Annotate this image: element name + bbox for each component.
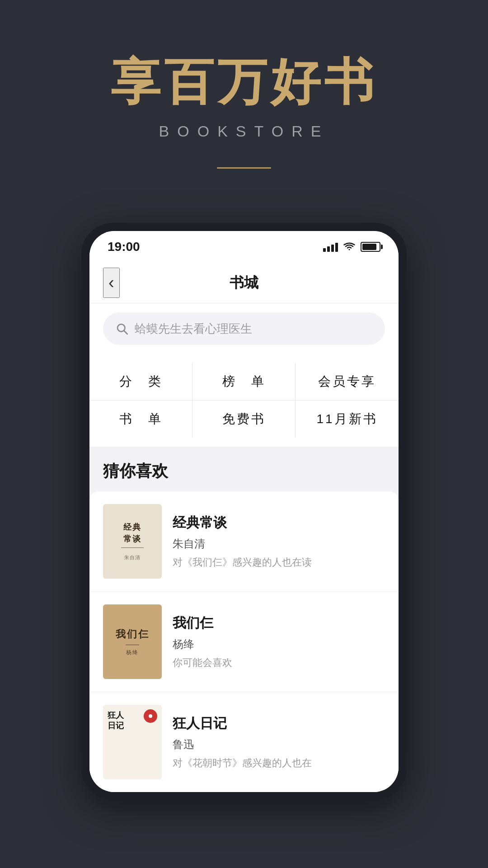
main-title: 享百万好书 [111, 54, 377, 109]
book-item-1[interactable]: 经典常谈 朱自清 经典常谈 朱自清 对《我们仨》感兴趣的人也在读 [89, 491, 399, 592]
cover-1-line [121, 547, 144, 548]
cover-3-badge [144, 709, 157, 723]
search-placeholder: 蛤蟆先生去看心理医生 [135, 321, 252, 337]
cover-2-deco [126, 645, 139, 645]
cover-1-subtitle: 朱自清 [124, 554, 141, 561]
category-item-classify[interactable]: 分 类 [89, 363, 192, 401]
book-cover-3: 狂人日记 [103, 705, 162, 779]
status-bar: 19:00 [89, 231, 399, 263]
book-item-3[interactable]: 狂人日记 狂人日记 鲁迅 对《花朝时节》感兴趣的人也在 [89, 692, 399, 792]
category-item-free[interactable]: 免费书 [192, 401, 296, 438]
book-list: 经典常谈 朱自清 经典常谈 朱自清 对《我们仨》感兴趣的人也在读 [89, 491, 399, 792]
book-info-3: 狂人日记 鲁迅 对《花朝时节》感兴趣的人也在 [173, 714, 385, 770]
cover-2-author: 杨绛 [126, 649, 139, 656]
book-desc-1: 对《我们仨》感兴趣的人也在读 [173, 556, 385, 569]
wifi-icon [343, 242, 355, 251]
book-info-2: 我们仨 杨绛 你可能会喜欢 [173, 614, 385, 670]
book-cover-1: 经典常谈 朱自清 [103, 504, 162, 579]
book-name-3: 狂人日记 [173, 714, 385, 733]
book-desc-2: 你可能会喜欢 [173, 656, 385, 670]
book-desc-3: 对《花朝时节》感兴趣的人也在 [173, 756, 385, 770]
category-item-booklist[interactable]: 书 单 [89, 401, 192, 438]
signal-icon [323, 242, 338, 252]
nav-title: 书城 [230, 273, 258, 293]
section-title: 猜你喜欢 [89, 460, 399, 482]
book-name-2: 我们仨 [173, 614, 385, 632]
outer-background: 享百万好书 BOOKSTORE 19:00 [0, 0, 488, 868]
search-area: 蛤蟆先生去看心理医生 [89, 303, 399, 356]
category-item-new[interactable]: 11月新书 [296, 401, 399, 438]
signal-bar-4 [335, 243, 338, 252]
back-button[interactable]: ‹ [103, 268, 120, 298]
search-bar[interactable]: 蛤蟆先生去看心理医生 [103, 312, 385, 345]
battery-icon [361, 242, 380, 252]
recommendations-section: 猜你喜欢 经典常谈 朱自清 经典常谈 朱自清 对《我们仨》感兴趣的人也在读 [89, 447, 399, 792]
divider-line [217, 167, 271, 169]
signal-bar-1 [323, 248, 326, 252]
book-author-1: 朱自清 [173, 537, 385, 551]
signal-bar-2 [327, 246, 330, 252]
branding-area: 享百万好书 BOOKSTORE [0, 0, 488, 196]
book-author-3: 鲁迅 [173, 737, 385, 752]
cover-3-title: 狂人日记 [108, 710, 124, 731]
svg-line-1 [124, 331, 127, 334]
book-info-1: 经典常谈 朱自清 对《我们仨》感兴趣的人也在读 [173, 514, 385, 569]
cover-1-title: 经典常谈 [123, 522, 141, 544]
signal-bar-3 [331, 245, 334, 252]
phone-inner: 19:00 [89, 231, 399, 792]
book-name-1: 经典常谈 [173, 514, 385, 532]
search-icon [116, 322, 128, 335]
phone-mockup: 19:00 [81, 223, 407, 800]
category-item-rank[interactable]: 榜 单 [192, 363, 296, 401]
book-item-2[interactable]: 我们仨 杨绛 我们仨 杨绛 你可能会喜欢 [89, 592, 399, 692]
category-item-vip[interactable]: 会员专享 [296, 363, 399, 401]
book-cover-2: 我们仨 杨绛 [103, 604, 162, 679]
sub-title: BOOKSTORE [159, 123, 329, 140]
cover-2-title: 我们仨 [116, 627, 150, 641]
battery-fill [362, 244, 376, 250]
status-icons [323, 242, 380, 252]
category-grid: 分 类 榜 单 会员专享 书 单 免费书 11月新书 [89, 356, 399, 447]
nav-bar: ‹ 书城 [89, 263, 399, 303]
book-author-2: 杨绛 [173, 637, 385, 651]
status-time: 19:00 [108, 240, 140, 254]
